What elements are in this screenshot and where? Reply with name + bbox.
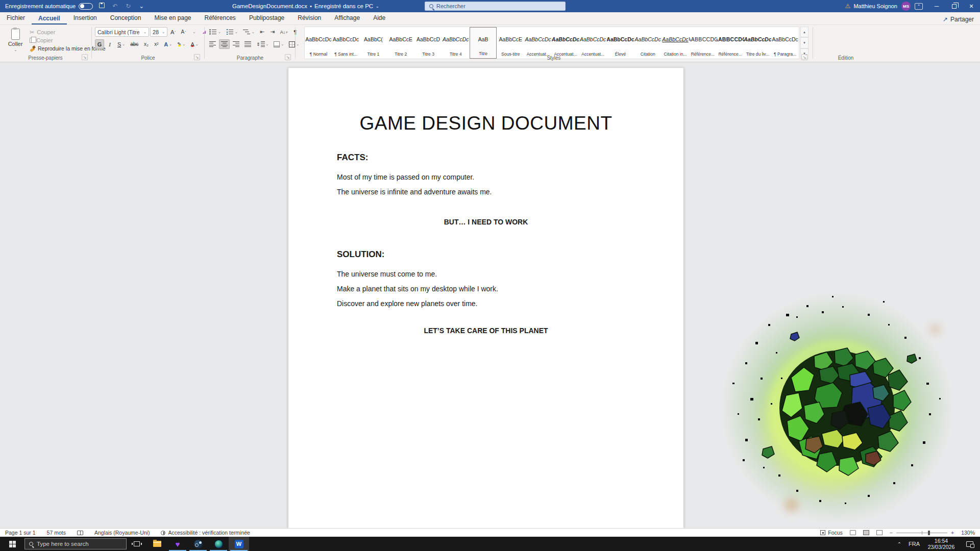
web-layout-icon[interactable] — [876, 530, 883, 535]
style-titre-1[interactable]: AaBbC(Titre 1 — [360, 27, 387, 59]
document-page[interactable]: GAME DESIGN DOCUMENT FACTS: Most of my t… — [288, 67, 684, 528]
word-count[interactable]: 57 mots — [47, 530, 66, 536]
tab-references[interactable]: Références — [198, 12, 242, 24]
clipboard-dialog-launcher[interactable]: ↘ — [82, 54, 88, 60]
avatar[interactable]: MS — [901, 2, 911, 11]
paragraph[interactable]: Make a planet that sits on my desktop wh… — [337, 282, 635, 296]
read-mode-icon[interactable] — [850, 530, 856, 535]
align-right-button[interactable] — [231, 39, 241, 49]
solution-heading[interactable]: SOLUTION: — [337, 249, 635, 260]
document-heading[interactable]: GAME DESIGN DOCUMENT — [337, 113, 635, 134]
style-reference-intense[interactable]: AABBCCDCRéférence... — [717, 27, 744, 59]
paragraph[interactable]: Most of my time is passed on my computer… — [337, 170, 635, 185]
zoom-slider[interactable]: − + — [890, 530, 954, 536]
zoom-out-icon[interactable]: − — [890, 530, 893, 536]
tab-affichage[interactable]: Affichage — [328, 12, 366, 24]
multilevel-list-button[interactable]: ⌄ — [241, 27, 257, 37]
search-box[interactable] — [425, 2, 566, 11]
page-indicator[interactable]: Page 1 sur 1 — [5, 530, 36, 536]
save-icon[interactable] — [97, 3, 106, 10]
share-button[interactable]: ↗ Partager — [943, 16, 974, 23]
decrease-indent-button[interactable]: ⇤ — [258, 27, 267, 37]
tab-mise-en-page[interactable]: Mise en page — [148, 12, 198, 24]
task-view-button[interactable] — [127, 537, 147, 551]
tab-publipostage[interactable]: Publipostage — [242, 12, 291, 24]
change-case-button[interactable]: ⌄ — [189, 27, 198, 37]
word-button[interactable]: W — [229, 537, 249, 551]
font-size-select[interactable]: 28⌄ — [150, 27, 167, 37]
tab-fichier[interactable]: Fichier — [0, 12, 32, 24]
font-dialog-launcher[interactable]: ↘ — [194, 54, 200, 60]
language-indicator[interactable]: Anglais (Royaume-Uni) — [94, 530, 150, 536]
gallery-down-icon[interactable]: ▼ — [800, 37, 808, 48]
start-button[interactable] — [0, 537, 24, 551]
restore-button[interactable] — [945, 0, 963, 12]
search-input[interactable] — [436, 3, 549, 9]
tab-revision[interactable]: Révision — [291, 12, 328, 24]
gallery-up-icon[interactable]: ▲ — [800, 27, 808, 37]
toggle-off-icon[interactable] — [79, 3, 93, 10]
style-citation-intense[interactable]: AaBbCcDcCitation in... — [662, 27, 689, 59]
redo-icon[interactable]: ↻ — [124, 3, 133, 10]
steam-button[interactable] — [188, 537, 208, 551]
shading-button[interactable]: ⌄ — [272, 39, 286, 49]
subscript-button[interactable]: x₂ — [141, 39, 151, 49]
undo-icon[interactable]: ↶ — [110, 3, 119, 10]
file-explorer-button[interactable] — [147, 537, 167, 551]
clock[interactable]: 16:54 23/03/2026 — [923, 538, 960, 550]
document-title[interactable]: GameDesignDocument.docx • Enregistré dan… — [232, 0, 379, 12]
increase-indent-button[interactable]: ⇥ — [268, 27, 277, 37]
shrink-font-button[interactable]: Aˇ — [179, 27, 188, 37]
style-titre-selected[interactable]: AaBTitre — [470, 27, 497, 59]
font-family-select[interactable]: Calibri Light (Titre⌄ — [95, 27, 149, 37]
style-accentuation[interactable]: AaBbCcDcAccentuat... — [552, 27, 579, 59]
zoom-handle[interactable] — [928, 531, 930, 535]
bold-button[interactable]: G — [95, 39, 104, 49]
tab-accueil[interactable]: Accueil — [32, 13, 67, 25]
keyboard-language[interactable]: FRA — [905, 541, 923, 547]
style-sans-interligne[interactable]: AaBbCcDc¶ Sans int... — [332, 27, 360, 59]
warning-icon[interactable]: ⚠ — [845, 3, 851, 10]
style-sous-titre[interactable]: AaBbCcESous-titre — [497, 27, 524, 59]
user-name[interactable]: Matthieu Soignon — [853, 3, 897, 9]
tray-expand-chevron[interactable]: ⌃ — [893, 541, 905, 547]
style-normal[interactable]: AaBbCcDc¶ Normal — [305, 27, 332, 59]
minimize-button[interactable]: ─ — [928, 0, 945, 12]
style-accentuation-legere[interactable]: AaBbCcDcAccentuat... — [524, 27, 552, 59]
ribbon-display-options-icon[interactable]: ⌃ — [915, 3, 923, 10]
zoom-in-icon[interactable]: + — [951, 530, 954, 536]
tab-aide[interactable]: Aide — [366, 12, 392, 24]
italic-button[interactable]: I — [105, 39, 114, 49]
proofing-icon[interactable] — [77, 531, 83, 535]
style-reference-legere[interactable]: AABBCCDCRéférence... — [689, 27, 717, 59]
style-titre-4[interactable]: AaBbCcDcTitre 4 — [442, 27, 470, 59]
accessibility-status[interactable]: Accessibilité : vérification terminée — [161, 530, 250, 536]
font-color-button[interactable]: A⌄ — [188, 39, 200, 49]
paragraph[interactable]: LET’S TAKE CARE OF THIS PLANET — [337, 327, 635, 335]
justify-button[interactable] — [242, 39, 253, 49]
style-citation[interactable]: AaBbCcDcCitation — [634, 27, 662, 59]
tab-conception[interactable]: Conception — [104, 12, 148, 24]
underline-button[interactable]: S⌄ — [115, 39, 127, 49]
sort-button[interactable]: A↓z — [278, 27, 290, 37]
facts-heading[interactable]: FACTS: — [337, 153, 635, 163]
text-effects-button[interactable]: A⌄ — [162, 39, 174, 49]
taskbar-search[interactable] — [24, 538, 127, 549]
notification-center-button[interactable] — [960, 537, 980, 551]
close-button[interactable]: × — [963, 0, 980, 12]
paste-button[interactable]: Coller ⌄ — [4, 27, 27, 59]
zoom-level[interactable]: 130% — [961, 530, 975, 536]
planet-app-button[interactable] — [208, 537, 229, 551]
style-accentuation-intense[interactable]: AaBbCcDcAccentuat... — [579, 27, 607, 59]
desktop-planet-widget[interactable] — [715, 286, 960, 528]
taskbar-search-input[interactable] — [37, 541, 118, 547]
highlight-button[interactable]: ✎⌄ — [175, 39, 187, 49]
bullets-button[interactable]: ⌄ — [207, 27, 223, 37]
print-layout-icon[interactable] — [863, 530, 869, 535]
line-spacing-button[interactable]: ⇕⌄ — [254, 39, 271, 49]
style-titre-2[interactable]: AaBbCcETitre 2 — [387, 27, 414, 59]
strikethrough-button[interactable]: abc — [128, 39, 140, 49]
style-eleve[interactable]: AaBbCcDcÉlevé — [607, 27, 634, 59]
tab-insertion[interactable]: Insertion — [67, 12, 104, 24]
numbering-button[interactable]: ⌄ — [224, 27, 240, 37]
